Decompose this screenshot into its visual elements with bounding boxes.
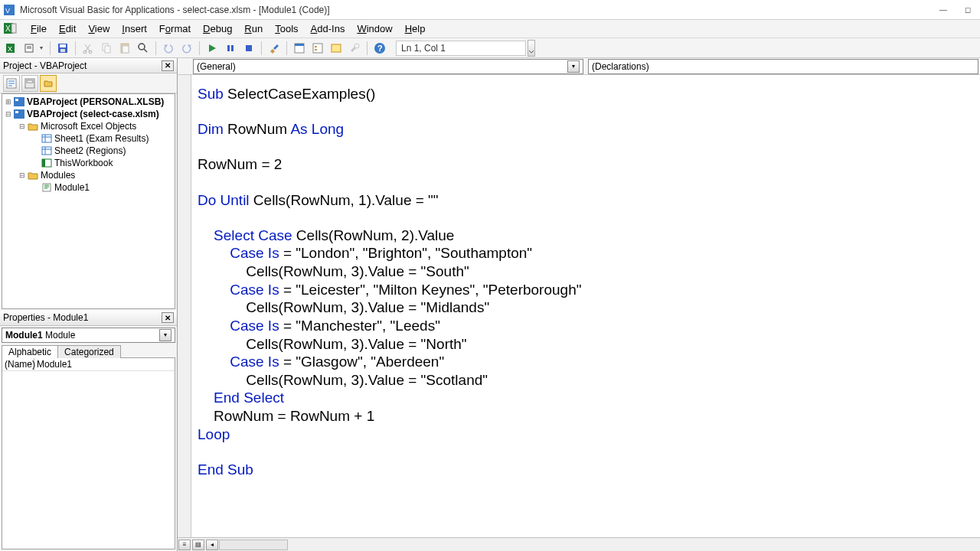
module-icon <box>41 182 53 193</box>
svg-rect-23 <box>246 45 252 51</box>
window-title: Microsoft Visual Basic for Applications … <box>20 5 928 15</box>
toolbar-overflow[interactable] <box>528 40 535 57</box>
svg-rect-18 <box>122 46 129 53</box>
paste-button[interactable] <box>116 40 133 57</box>
properties-grid[interactable]: (Name) Module1 <box>2 357 175 549</box>
maximize-button[interactable]: ◻ <box>959 3 977 17</box>
menu-debug[interactable]: Debug <box>197 21 238 36</box>
code-editor[interactable]: Sub SelectCaseExamples() Dim RowNum As L… <box>191 75 980 537</box>
chevron-down-icon[interactable]: ▾ <box>567 60 580 73</box>
svg-rect-50 <box>42 159 45 167</box>
find-button[interactable] <box>135 40 152 57</box>
svg-rect-39 <box>14 97 24 106</box>
insert-module-button[interactable] <box>21 40 38 57</box>
svg-rect-26 <box>313 44 322 53</box>
procedure-view-button[interactable]: ▤ <box>192 540 204 550</box>
folder-icon <box>27 121 39 132</box>
svg-text:X: X <box>8 45 12 53</box>
toggle-folders-button[interactable] <box>40 75 57 92</box>
menu-run[interactable]: Run <box>238 21 269 36</box>
view-code-button[interactable] <box>3 75 20 92</box>
cursor-position-display: Ln 1, Col 1 <box>396 41 526 56</box>
svg-text:?: ? <box>377 44 383 53</box>
svg-text:X: X <box>5 24 11 33</box>
break-button[interactable] <box>222 40 239 57</box>
svg-rect-16 <box>105 46 110 53</box>
tree-node-selectcase[interactable]: ⊟ VBAProject (select-case.xlsm) <box>2 108 175 120</box>
svg-rect-40 <box>15 99 18 101</box>
svg-point-19 <box>139 44 145 50</box>
reset-button[interactable] <box>240 40 257 57</box>
title-bar: V Microsoft Visual Basic for Application… <box>0 0 980 20</box>
main-toolbar: X ▾ ? Ln 1, Col 1 <box>0 38 980 58</box>
chevron-down-icon[interactable]: ▾ <box>159 329 172 341</box>
properties-window-button[interactable] <box>309 40 326 57</box>
menu-file[interactable]: FFileile <box>24 21 53 36</box>
tab-categorized[interactable]: Categorized <box>57 345 121 358</box>
menu-bar: X FFileile Edit View Insert Format Debug… <box>0 20 980 38</box>
project-icon <box>13 96 25 107</box>
scroll-left-button[interactable]: ◂ <box>206 540 218 550</box>
svg-rect-29 <box>332 44 341 52</box>
tree-node-thisworkbook[interactable]: ThisWorkbook <box>2 157 175 169</box>
menu-tools[interactable]: Tools <box>269 21 304 36</box>
code-margin[interactable] <box>178 75 191 537</box>
property-row-name[interactable]: (Name) Module1 <box>2 358 175 371</box>
tree-node-sheet2[interactable]: Sheet2 (Regions) <box>2 145 175 157</box>
menu-help[interactable]: Help <box>399 21 432 36</box>
menu-view[interactable]: View <box>82 21 116 36</box>
svg-point-30 <box>354 44 359 48</box>
project-panel-title-bar: Project - VBAProject ✕ <box>0 58 177 73</box>
properties-panel-title: Properties - Module1 <box>3 312 162 323</box>
svg-rect-12 <box>60 49 65 52</box>
project-panel-title: Project - VBAProject <box>3 60 162 71</box>
excel-icon[interactable]: X <box>3 21 18 37</box>
project-panel-close-button[interactable]: ✕ <box>162 60 174 71</box>
svg-rect-41 <box>14 109 24 119</box>
tree-node-excel-objects[interactable]: ⊟ Microsoft Excel Objects <box>2 120 175 132</box>
view-object-button[interactable] <box>21 75 38 92</box>
minimize-button[interactable]: — <box>934 3 952 17</box>
scrollbar-track[interactable] <box>219 540 288 550</box>
tree-node-module1[interactable]: Module1 <box>2 181 175 194</box>
horizontal-scrollbar[interactable]: ≡ ▤ ◂ <box>178 537 980 551</box>
object-browser-button[interactable] <box>328 40 345 57</box>
insert-dropdown-arrow[interactable]: ▾ <box>40 44 46 51</box>
redo-button[interactable] <box>178 40 195 57</box>
cut-button[interactable] <box>80 40 96 57</box>
worksheet-icon <box>41 145 53 156</box>
properties-panel-close-button[interactable]: ✕ <box>162 312 174 323</box>
project-tree[interactable]: ⊞ VBAProject (PERSONAL.XLSB) ⊟ VBAProjec… <box>2 93 175 309</box>
help-button[interactable]: ? <box>371 40 388 57</box>
svg-rect-42 <box>15 111 18 113</box>
menu-insert[interactable]: Insert <box>116 21 153 36</box>
full-module-view-button[interactable]: ≡ <box>178 540 191 550</box>
properties-tabs: Alphabetic Categorized <box>0 344 177 357</box>
save-button[interactable] <box>54 40 71 57</box>
procedure-dropdown[interactable]: (Declarations) <box>588 59 978 74</box>
project-toolbar <box>0 73 177 93</box>
run-button[interactable] <box>204 40 220 57</box>
copy-button[interactable] <box>98 40 115 57</box>
svg-line-20 <box>144 49 147 52</box>
svg-rect-28 <box>315 49 317 51</box>
properties-object-dropdown[interactable]: Module1 Module ▾ <box>2 328 175 343</box>
tree-node-personal[interactable]: ⊞ VBAProject (PERSONAL.XLSB) <box>2 96 175 108</box>
tab-alphabetic[interactable]: Alphabetic <box>2 345 58 358</box>
svg-rect-27 <box>315 46 317 47</box>
menu-format[interactable]: Format <box>153 21 197 36</box>
tree-node-modules[interactable]: ⊟ Modules <box>2 169 175 181</box>
object-dropdown[interactable]: (General) ▾ <box>193 59 583 74</box>
toolbox-button[interactable] <box>346 40 363 57</box>
folder-icon <box>27 170 39 181</box>
menu-window[interactable]: Window <box>351 21 398 36</box>
svg-rect-46 <box>42 147 51 155</box>
svg-rect-43 <box>42 135 51 142</box>
project-explorer-button[interactable] <box>291 40 308 57</box>
view-excel-button[interactable]: X <box>3 40 20 57</box>
tree-node-sheet1[interactable]: Sheet1 (Exam Results) <box>2 132 175 145</box>
menu-edit[interactable]: Edit <box>53 21 82 36</box>
undo-button[interactable] <box>160 40 177 57</box>
menu-addins[interactable]: Add-Ins <box>305 21 351 36</box>
design-mode-button[interactable] <box>266 40 283 57</box>
